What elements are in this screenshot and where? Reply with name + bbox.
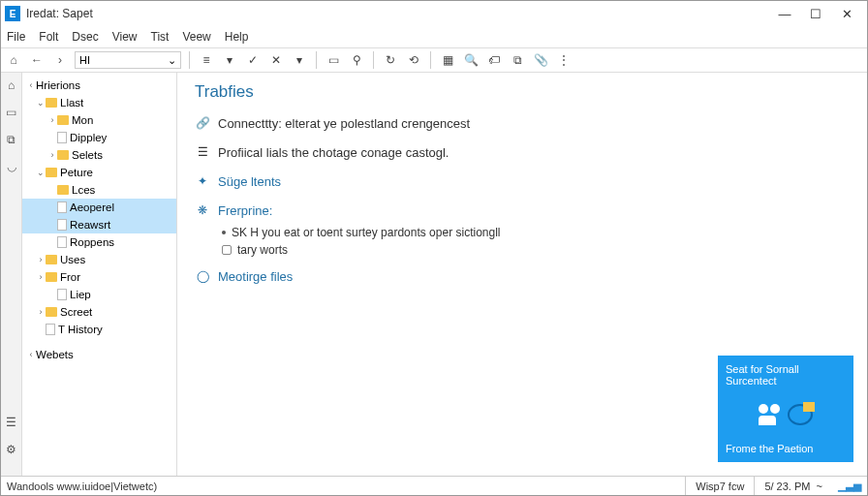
app-icon: E [5, 6, 20, 21]
chevron-down-icon[interactable]: ⌄ [168, 54, 176, 67]
tree-dippley[interactable]: Dippley [22, 129, 176, 146]
tree-uses[interactable]: ›Uses [22, 251, 176, 268]
home2-icon[interactable]: ⌂ [5, 78, 18, 92]
menu-dsec[interactable]: Dsec [72, 30, 98, 44]
tree-lces[interactable]: Lces [22, 181, 176, 199]
menu-folt[interactable]: Folt [39, 30, 58, 44]
folder-icon [46, 307, 57, 317]
page-icon[interactable]: ▭ [5, 106, 18, 119]
tree-reawsrt[interactable]: Reawsrt [22, 216, 176, 233]
menu-help[interactable]: Help [225, 30, 249, 44]
promo-tile[interactable]: Seat for Sornall Surcentect Frome the Pa… [718, 356, 853, 462]
document-icon [46, 324, 55, 335]
sub-item-1: SK H you eat or toent surtey pardonts op… [222, 224, 850, 241]
attach-icon[interactable]: 📎 [532, 51, 549, 69]
globe-icon: ◯ [195, 268, 210, 284]
dropdown2-icon[interactable]: ▾ [291, 51, 308, 69]
connection-icon: 🔗 [195, 115, 210, 131]
bubble-icon [788, 404, 813, 425]
menu-file[interactable]: File [7, 30, 25, 44]
fingerprint-icon: ❋ [195, 202, 210, 218]
status-bar: Wandools www.iuidoe|Vietwetc) Wisp7 fcw … [1, 476, 867, 495]
address-text: HI [79, 54, 90, 66]
cut-icon[interactable]: ✕ [267, 51, 285, 69]
window-title: Iredat: Sapet [26, 7, 778, 20]
item-meotirge[interactable]: ◯ Meotirge files [195, 268, 850, 284]
document-icon [57, 219, 67, 231]
folder-icon [57, 185, 69, 195]
plan-icon: ☰ [195, 144, 210, 160]
tree-selets[interactable]: ›Selets [22, 146, 176, 164]
maximize-button[interactable]: ☐ [809, 7, 822, 20]
settings-icon[interactable]: ⚙ [5, 443, 18, 456]
folder-icon [57, 115, 69, 125]
status-left: Wandools www.iuidoe|Vietwetc) [1, 480, 685, 492]
menu-veew[interactable]: Veew [182, 30, 210, 44]
promo-graphic [726, 404, 846, 425]
separator [189, 51, 190, 69]
tree-aeoperel[interactable]: Aeoperel [22, 199, 176, 216]
promo-title: Seat for Sornall Surcentect [726, 363, 846, 387]
status-chart-icon[interactable]: ▁▃▅ [832, 480, 867, 492]
menu-bar: File Folt Dsec View Tist Veew Help [1, 26, 867, 47]
menu-view[interactable]: View [112, 30, 138, 44]
item-profile[interactable]: ☰ Profiical lials the chotage conage cas… [195, 144, 850, 160]
sub-item-2[interactable]: tary worts [222, 241, 850, 259]
address-bar[interactable]: HI ⌄ [75, 51, 181, 69]
checkbox-icon[interactable] [222, 245, 232, 255]
pin-icon[interactable]: ⚲ [348, 51, 365, 69]
status-right: 5/ 23. PM ~ [754, 477, 832, 495]
separator [430, 51, 431, 69]
sidebar-tree: ‹Hrierions ⌄Llast ›Mon Dippley ›Selets ⌄… [22, 73, 177, 476]
sync-icon[interactable]: ⟲ [405, 51, 422, 69]
star-icon: ✦ [195, 173, 210, 189]
menu-tist[interactable]: Tist [151, 30, 170, 44]
separator [316, 51, 317, 69]
document-icon [57, 132, 67, 143]
folder-icon [803, 402, 815, 412]
minimize-button[interactable]: — [778, 7, 791, 20]
chat-icon[interactable]: ◡ [5, 160, 18, 173]
tree-mon[interactable]: ›Mon [22, 111, 176, 129]
document-icon [57, 289, 67, 300]
separator [373, 51, 374, 69]
document-icon [57, 202, 67, 213]
title-bar: E Iredat: Sapet — ☐ ✕ [1, 1, 867, 26]
tree-webets[interactable]: ‹Webets [22, 346, 176, 363]
forward-icon[interactable]: › [51, 51, 69, 69]
link-icon[interactable]: ⧉ [509, 51, 526, 69]
tree-liep[interactable]: Liep [22, 286, 176, 303]
close-button[interactable]: ✕ [840, 7, 853, 20]
db-icon[interactable]: ☰ [5, 416, 18, 429]
folder-icon [46, 168, 57, 177]
item-connectivity[interactable]: 🔗 Connecttty: elterat ye polestland cren… [195, 115, 850, 131]
folder-icon [46, 255, 57, 264]
refresh-icon[interactable]: ↻ [382, 51, 399, 69]
search-icon[interactable]: 🔍 [462, 51, 480, 69]
folder-icon [46, 272, 57, 282]
tree-roppens[interactable]: Roppens [22, 233, 176, 251]
grid-icon[interactable]: ▦ [439, 51, 456, 69]
folder-icon [46, 98, 57, 108]
check-icon[interactable]: ✓ [244, 51, 262, 69]
tree-fror[interactable]: ›Fror [22, 268, 176, 286]
back-icon[interactable]: ← [28, 51, 46, 69]
tree-peture[interactable]: ⌄Peture [22, 164, 176, 181]
home-icon[interactable]: ⌂ [5, 51, 22, 69]
tree-hrierions[interactable]: ‹Hrierions [22, 77, 176, 94]
list-icon[interactable]: ≡ [198, 51, 215, 69]
dropdown-icon[interactable]: ▾ [221, 51, 238, 69]
tree-llast[interactable]: ⌄Llast [22, 94, 176, 111]
toolbar: ⌂ ← › HI ⌄ ≡ ▾ ✓ ✕ ▾ ▭ ⚲ ↻ ⟲ ▦ 🔍 🏷 ⧉ 📎 ⋮ [1, 47, 867, 73]
tag-icon[interactable]: 🏷 [485, 51, 503, 69]
document-icon [57, 236, 67, 248]
tree-thistory[interactable]: T History [22, 321, 176, 338]
item-suge[interactable]: ✦ Süge ltents [195, 173, 850, 189]
more-icon[interactable]: ⋮ [555, 51, 573, 69]
tree-screet[interactable]: ›Screet [22, 303, 176, 321]
card-icon[interactable]: ▭ [325, 51, 342, 69]
item-frerprine[interactable]: ❋ Frerprine: [195, 202, 850, 218]
page-title: Trabfies [195, 82, 850, 102]
promo-footer: Frome the Paetion [726, 443, 846, 454]
copy-icon[interactable]: ⧉ [5, 133, 18, 146]
